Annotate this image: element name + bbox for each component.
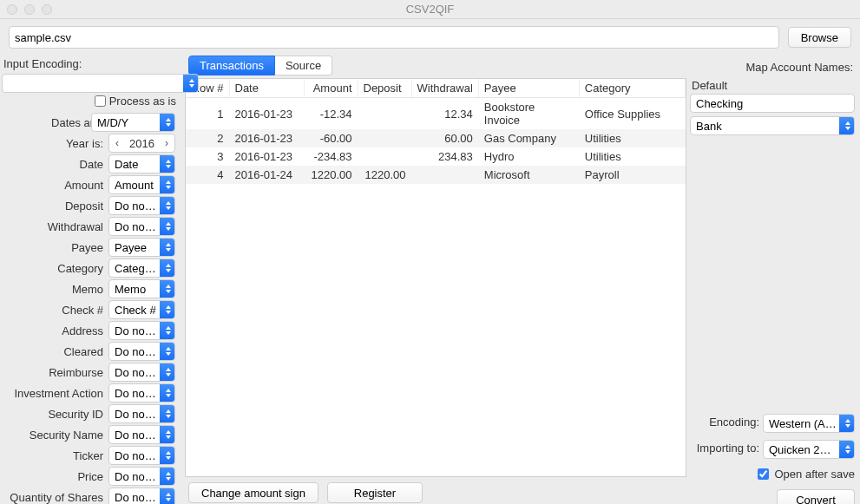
table-cell: 2016-01-24: [229, 166, 304, 184]
mapping-label: Payee: [0, 241, 107, 254]
table-cell: -12.34: [304, 98, 358, 130]
table-cell: Utilities: [579, 147, 685, 166]
mapping-select[interactable]: Do not use: [108, 321, 175, 340]
mapping-label: Check #: [0, 304, 107, 317]
table-cell: 60.00: [411, 129, 478, 147]
table-cell: Microsoft: [478, 166, 579, 184]
default-account-input[interactable]: [690, 94, 855, 113]
process-as-is-label: Process as is: [109, 95, 176, 108]
mapping-label: Investment Action: [0, 387, 107, 400]
left-sidebar: Input Encoding: Process as is Dates are:…: [0, 56, 185, 504]
input-encoding-label: Input Encoding:: [0, 56, 181, 74]
table-cell: [358, 147, 411, 166]
mapping-select[interactable]: Date: [108, 154, 175, 173]
mapping-label: Price: [0, 470, 107, 483]
mapping-select[interactable]: Do not use: [108, 342, 175, 361]
year-is-label: Year is:: [0, 137, 107, 150]
transactions-table: Row # Date Amount Deposit Withdrawal Pay…: [186, 79, 686, 184]
mapping-select[interactable]: Do not use: [108, 404, 175, 423]
table-cell: -60.00: [304, 129, 358, 147]
table-cell: 2016-01-23: [229, 129, 304, 147]
table-cell: Utilities: [579, 129, 685, 147]
minimize-icon[interactable]: [24, 4, 35, 15]
close-icon[interactable]: [7, 4, 17, 15]
mapping-select[interactable]: Memo: [108, 279, 175, 298]
table-cell: 2: [186, 129, 229, 147]
table-row[interactable]: 32016-01-23-234.83234.83HydroUtilities: [186, 147, 686, 166]
table-cell: Hydro: [478, 147, 579, 166]
year-stepper[interactable]: ‹ 2016 ›: [108, 134, 175, 153]
mapping-label: Withdrawal: [0, 220, 107, 233]
table-cell: [411, 166, 478, 184]
table-cell: [358, 98, 411, 130]
mapping-select[interactable]: Payee: [108, 238, 175, 257]
year-decrement-button[interactable]: ‹: [109, 134, 125, 152]
convert-button[interactable]: Convert: [777, 489, 855, 504]
table-header-row: Row # Date Amount Deposit Withdrawal Pay…: [186, 79, 686, 98]
mapping-label: Cleared: [0, 345, 107, 358]
mapping-label: Amount: [0, 179, 107, 192]
importing-to-label: Importing to:: [697, 442, 759, 455]
mapping-select[interactable]: Check #: [108, 300, 175, 319]
mapping-label: Reimburse: [0, 366, 107, 379]
table-cell: Payroll: [579, 166, 685, 184]
col-amount[interactable]: Amount: [304, 79, 358, 98]
change-amount-sign-button[interactable]: Change amount sign: [188, 482, 318, 503]
table-cell: 12.34: [411, 98, 478, 130]
mapping-select[interactable]: Do not use: [108, 446, 175, 465]
table-row[interactable]: 22016-01-23-60.0060.00Gas CompanyUtiliti…: [186, 129, 686, 147]
col-withdrawal[interactable]: Withdrawal: [411, 79, 478, 98]
importing-to-select[interactable]: Quicken 2014: [763, 440, 855, 459]
register-button[interactable]: Register: [327, 482, 423, 503]
zoom-icon[interactable]: [42, 4, 52, 15]
table-cell: 234.83: [411, 147, 478, 166]
col-deposit[interactable]: Deposit: [358, 79, 411, 98]
map-account-title: Map Account Names:: [690, 56, 855, 79]
table-cell: 3: [186, 147, 229, 166]
mapping-label: Ticker: [0, 449, 107, 462]
mapping-select[interactable]: Do not use: [108, 363, 175, 382]
mapping-label: Memo: [0, 283, 107, 296]
account-type-select[interactable]: Bank: [690, 116, 855, 135]
default-account-label: Default: [690, 79, 855, 94]
browse-button[interactable]: Browse: [788, 27, 851, 48]
table-row[interactable]: 42016-01-241220.001220.00MicrosoftPayrol…: [186, 166, 686, 184]
mapping-select[interactable]: Do not use: [108, 425, 175, 444]
mapping-select[interactable]: Do not use: [108, 488, 175, 504]
dates-are-select[interactable]: M/D/Y: [91, 113, 175, 132]
tab-source[interactable]: Source: [275, 56, 332, 75]
file-path-input[interactable]: [9, 26, 779, 49]
process-as-is-checkbox[interactable]: [95, 95, 106, 107]
mapping-label: Security Name: [0, 429, 107, 442]
mapping-select[interactable]: Do not use: [108, 217, 175, 236]
mapping-select[interactable]: Do not use: [108, 467, 175, 486]
table-cell: -234.83: [304, 147, 358, 166]
right-panel: Map Account Names: Default Bank Encoding…: [686, 56, 860, 504]
col-category[interactable]: Category: [579, 79, 685, 98]
window-controls: [7, 4, 52, 15]
year-increment-button[interactable]: ›: [159, 134, 174, 152]
table-cell: 1: [186, 98, 229, 130]
titlebar: CSV2QIF: [0, 0, 860, 19]
table-cell: 2016-01-23: [229, 147, 304, 166]
mapping-select[interactable]: Do not use: [108, 383, 175, 403]
mapping-select[interactable]: Amount: [108, 175, 175, 194]
open-after-save-checkbox[interactable]: [758, 468, 769, 480]
table-cell: Gas Company: [478, 129, 579, 147]
mapping-label: Address: [0, 324, 107, 337]
mapping-select[interactable]: Do not use: [108, 196, 175, 215]
export-encoding-label: Encoding:: [709, 416, 759, 429]
mapping-select[interactable]: Category: [108, 259, 175, 278]
input-encoding-select[interactable]: [2, 74, 199, 93]
transactions-table-wrap[interactable]: Row # Date Amount Deposit Withdrawal Pay…: [185, 78, 686, 477]
table-cell: 4: [186, 166, 229, 184]
mapping-label: Category: [0, 262, 107, 275]
table-cell: Bookstore Invoice: [478, 98, 579, 130]
col-payee[interactable]: Payee: [478, 79, 579, 98]
col-date[interactable]: Date: [229, 79, 304, 98]
export-encoding-select[interactable]: Western (ANSI): [763, 414, 855, 433]
tab-transactions[interactable]: Transactions: [188, 56, 275, 75]
mapping-label: Date: [0, 158, 107, 171]
window-title: CSV2QIF: [7, 3, 853, 16]
table-row[interactable]: 12016-01-23-12.3412.34Bookstore InvoiceO…: [186, 98, 686, 130]
